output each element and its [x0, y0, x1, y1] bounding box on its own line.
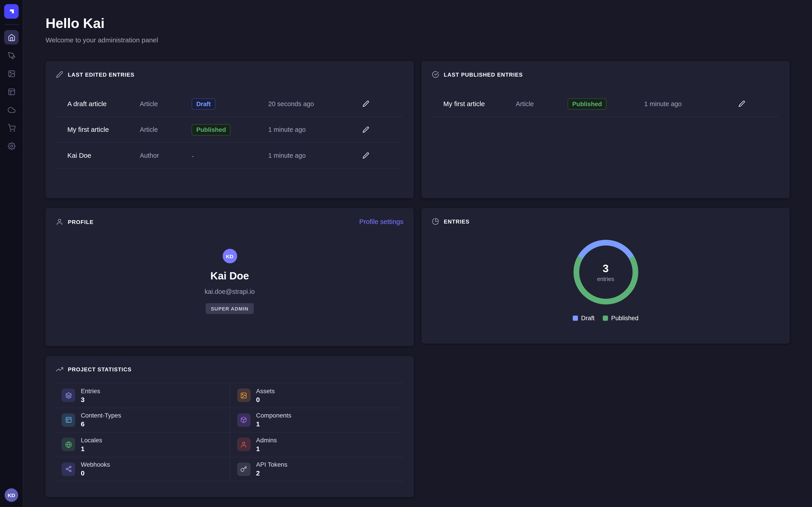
stat-webhooks: Webhooks0	[56, 457, 230, 482]
stat-value: 0	[256, 396, 275, 403]
content-types-icon	[62, 413, 75, 427]
status-empty: -	[192, 152, 194, 160]
api-tokens-key-icon	[237, 462, 250, 476]
sidebar-divider	[4, 24, 19, 25]
card-title: PROFILE	[68, 219, 94, 225]
donut-center-label: 3 entries	[572, 238, 639, 305]
page-subtitle: Welcome to your administration panel	[46, 36, 790, 44]
stat-label: Entries	[81, 387, 100, 395]
entry-status-cell: -	[192, 151, 268, 160]
user-icon	[56, 218, 63, 225]
entry-status-cell: Draft	[192, 98, 268, 110]
published-swatch	[603, 316, 608, 321]
pencil-icon	[362, 126, 369, 133]
table-row: A draft article Article Draft 20 seconds…	[56, 91, 404, 117]
card-header: LAST PUBLISHED ENTRIES	[421, 61, 790, 85]
user-avatar[interactable]: KD	[5, 488, 18, 502]
entries-chart-body: 3 entries Draft Published	[421, 232, 790, 322]
stat-value: 1	[256, 445, 277, 452]
profile-email: kai.doe@strapi.io	[205, 288, 255, 295]
legend-label: Published	[611, 315, 639, 322]
media-library-icon	[7, 70, 15, 77]
stat-value: 1	[256, 420, 291, 428]
legend-item-draft: Draft	[573, 315, 595, 322]
donut-chart: 3 entries	[572, 238, 639, 305]
stat-locales: Locales1	[56, 433, 230, 457]
page-header: Hello Kai Welcome to your administration…	[23, 0, 812, 44]
entry-time: 1 minute ago	[268, 152, 359, 159]
profile-body: KD Kai Doe kai.doe@strapi.io SUPER ADMIN	[46, 232, 414, 314]
home-icon	[7, 33, 15, 41]
sidebar-item-deploy[interactable]	[4, 103, 18, 117]
entry-name: Kai Doe	[67, 152, 140, 159]
legend-label: Draft	[581, 315, 595, 322]
legend-item-published: Published	[603, 315, 639, 322]
card-title: ENTRIES	[444, 218, 470, 225]
stat-assets: Assets0	[230, 383, 403, 408]
app-window: KD Hello Kai Welcome to your administrat…	[0, 0, 812, 507]
entries-card: ENTRIES 3 entries	[421, 208, 790, 344]
table-row: My first article Article Published 1 min…	[432, 91, 779, 117]
stat-label: Assets	[256, 387, 275, 395]
entry-type: Author	[140, 152, 192, 159]
entry-time: 1 minute ago	[644, 100, 735, 107]
entry-status-cell: Published	[192, 124, 268, 135]
entry-name: My first article	[443, 100, 516, 108]
check-circle-icon	[432, 71, 439, 78]
cloud-icon	[7, 106, 15, 114]
profile-card: PROFILE Profile settings KD Kai Doe kai.…	[46, 208, 414, 346]
entry-type: Article	[140, 126, 192, 133]
last-edited-entries-card: LAST EDITED ENTRIES A draft article Arti…	[46, 61, 414, 198]
edit-entry-button[interactable]	[359, 97, 372, 110]
entry-type: Article	[516, 100, 568, 107]
content-type-builder-icon	[7, 88, 15, 95]
content-manager-icon	[7, 51, 15, 59]
status-badge: Published	[192, 124, 231, 135]
stat-admins: Admins1	[230, 433, 403, 457]
card-header: LAST EDITED ENTRIES	[46, 61, 414, 85]
locales-globe-icon	[62, 438, 75, 451]
strapi-logo	[4, 4, 18, 18]
role-badge: SUPER ADMIN	[206, 303, 254, 314]
trending-up-icon	[56, 366, 63, 373]
edit-entry-button[interactable]	[359, 149, 372, 162]
pencil-icon	[56, 71, 63, 78]
stat-label: API Tokens	[256, 461, 287, 468]
entries-icon	[62, 389, 75, 402]
edit-entry-button[interactable]	[359, 123, 372, 136]
pencil-icon	[362, 100, 369, 107]
webhooks-icon	[62, 462, 75, 476]
gear-icon	[7, 142, 15, 150]
stat-content-types: Content-Types6	[56, 408, 230, 433]
entries-table: My first article Article Published 1 min…	[432, 91, 779, 117]
entries-chart-icon	[432, 218, 439, 225]
entry-status-cell: Published	[567, 98, 644, 110]
entry-type: Article	[140, 100, 192, 107]
pencil-icon	[362, 152, 369, 159]
card-title: PROJECT STATISTICS	[68, 367, 132, 373]
status-badge: Draft	[192, 98, 215, 110]
stat-entries: Entries3	[56, 383, 230, 408]
stat-value: 3	[81, 396, 100, 403]
stat-api-tokens: API Tokens2	[230, 457, 403, 482]
stats-grid: Entries3 Assets0 Content-Types6 Componen…	[56, 383, 404, 482]
sidebar: KD	[0, 0, 23, 507]
project-statistics-card: PROJECT STATISTICS Entries3 Assets0 Cont…	[46, 356, 414, 497]
pencil-icon	[738, 100, 745, 107]
page-title: Hello Kai	[46, 15, 790, 32]
dashboard-grid: LAST EDITED ENTRIES A draft article Arti…	[23, 61, 812, 497]
sidebar-item-content-type-builder[interactable]	[4, 84, 18, 99]
sidebar-item-media-library[interactable]	[4, 66, 18, 81]
sidebar-item-content-manager[interactable]	[4, 48, 18, 63]
status-badge: Published	[567, 98, 607, 110]
sidebar-item-settings[interactable]	[4, 138, 18, 153]
profile-settings-link[interactable]: Profile settings	[359, 218, 404, 226]
sidebar-item-marketplace[interactable]	[4, 121, 18, 135]
sidebar-item-home[interactable]	[4, 30, 18, 44]
stat-label: Webhooks	[81, 461, 110, 468]
edit-entry-button[interactable]	[735, 97, 748, 110]
entries-table: A draft article Article Draft 20 seconds…	[56, 91, 404, 169]
stat-value: 0	[81, 469, 110, 477]
card-header: ENTRIES	[421, 208, 790, 232]
stat-value: 1	[81, 445, 102, 452]
